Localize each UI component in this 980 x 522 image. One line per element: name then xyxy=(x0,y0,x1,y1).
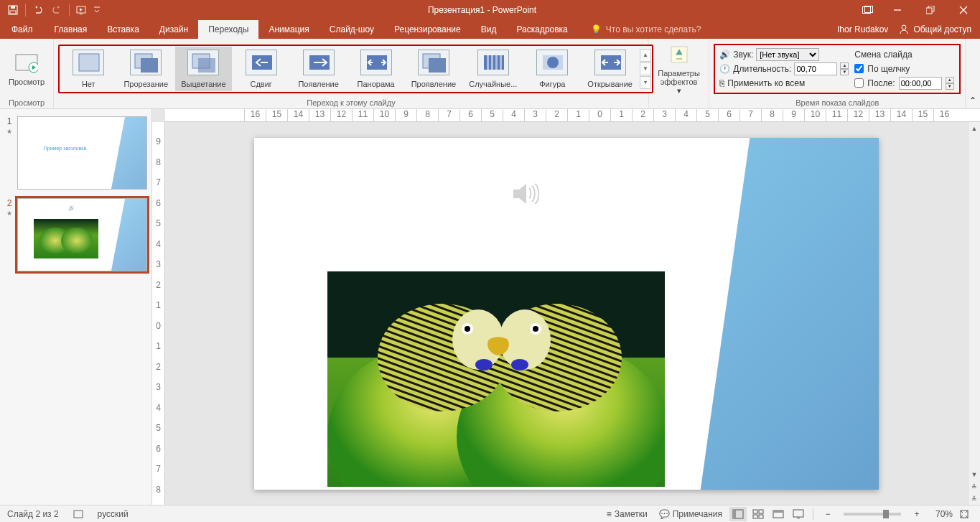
slide-1-preview: Пример заголовка xyxy=(17,116,147,190)
zoom-level[interactable]: 70% xyxy=(928,509,953,519)
ribbon-display-options-button[interactable] xyxy=(858,4,875,16)
apply-all-icon: ⎘ xyxy=(719,78,724,88)
transitions-gallery: НетПрорезаниеВыцветаниеСдвигПоявлениеПан… xyxy=(58,45,653,93)
separator xyxy=(25,4,26,17)
slide-counter[interactable]: Слайд 2 из 2 xyxy=(7,509,59,519)
duration-spinner[interactable]: ▲▼ xyxy=(840,62,849,75)
tab-design[interactable]: Дизайн xyxy=(149,20,198,39)
close-button[interactable] xyxy=(947,0,980,20)
after-input[interactable] xyxy=(899,77,942,90)
transition-появление[interactable]: Появление xyxy=(291,47,347,91)
user-name[interactable]: Ihor Rudakov xyxy=(837,24,888,34)
language-indicator[interactable]: русский xyxy=(98,509,129,519)
transition-случайные...[interactable]: Случайные... xyxy=(463,47,523,91)
svg-rect-45 xyxy=(74,511,83,518)
sound-select[interactable]: [Нет звука] xyxy=(756,48,819,61)
slide-thumb-2[interactable]: 2★ 🔊 xyxy=(4,198,147,271)
slide-canvas[interactable] xyxy=(165,122,968,505)
scroll-track[interactable] xyxy=(969,134,980,468)
scroll-up-button[interactable]: ▲ xyxy=(969,122,980,134)
redo-button[interactable] xyxy=(48,1,65,19)
transition-открывание[interactable]: Открывание xyxy=(582,47,638,91)
group-preview-label: Просмотр xyxy=(4,97,49,108)
tell-me-search[interactable]: 💡 Что вы хотите сделать? xyxy=(578,20,829,39)
transition-прорезание[interactable]: Прорезание xyxy=(118,47,174,91)
tab-review[interactable]: Рецензирование xyxy=(384,20,471,39)
svg-rect-18 xyxy=(429,58,446,73)
slideshow-view-button[interactable] xyxy=(790,507,807,521)
reading-view-button[interactable] xyxy=(770,507,787,521)
group-effect-label xyxy=(653,97,705,108)
spell-check-button[interactable] xyxy=(69,508,88,521)
separator xyxy=(69,4,70,17)
current-slide[interactable] xyxy=(254,138,879,490)
after-spinner[interactable]: ▲▼ xyxy=(946,77,954,90)
tab-insert[interactable]: Вставка xyxy=(97,20,149,39)
vertical-ruler[interactable]: 987654321012345678 xyxy=(152,122,165,505)
spell-icon xyxy=(73,509,83,519)
zoom-in-button[interactable]: + xyxy=(908,507,925,521)
restore-button[interactable] xyxy=(914,0,947,20)
transition-фигура[interactable]: Фигура xyxy=(524,47,580,91)
group-transitions: НетПрорезаниеВыцветаниеСдвигПоявлениеПан… xyxy=(54,39,649,108)
transition-нет[interactable]: Нет xyxy=(60,47,116,91)
previous-slide-button[interactable]: ≙ xyxy=(969,480,980,493)
minimize-button[interactable] xyxy=(881,0,914,20)
next-slide-button[interactable]: ≚ xyxy=(969,493,980,505)
document-title: Презентация1 - PowerPoint xyxy=(106,5,858,15)
duration-label: Длительность: xyxy=(733,64,791,74)
transition-выцветание[interactable]: Выцветание xyxy=(175,47,231,91)
comments-button[interactable]: 💬Примечания xyxy=(655,508,727,521)
slide-image[interactable] xyxy=(327,271,665,487)
tab-file[interactable]: Файл xyxy=(0,20,45,39)
after-checkbox[interactable] xyxy=(854,78,864,88)
preview-button[interactable]: Просмотр xyxy=(4,50,49,88)
on-click-checkbox[interactable] xyxy=(854,64,864,73)
zoom-slider[interactable] xyxy=(844,513,901,516)
effect-options-button[interactable]: Параметрыэффектов ▾ xyxy=(653,41,705,97)
notes-button[interactable]: ≡Заметки xyxy=(602,508,652,521)
slide-thumb-1[interactable]: 1★ Пример заголовка xyxy=(4,116,147,190)
collapse-ribbon-button[interactable]: ⌃ xyxy=(966,39,980,108)
tab-view[interactable]: Вид xyxy=(471,20,507,39)
audio-icon[interactable] xyxy=(509,181,539,207)
transition-панорама[interactable]: Панорама xyxy=(348,47,404,91)
svg-rect-13 xyxy=(198,58,215,73)
svg-point-42 xyxy=(533,326,538,332)
tab-storyboard[interactable]: Раскадровка xyxy=(506,20,577,39)
svg-rect-1 xyxy=(11,6,15,9)
group-timing: 🔊Звук: [Нет звука] Смена слайда 🕐Длитель… xyxy=(709,39,966,108)
slide-thumbnails-panel[interactable]: 1★ Пример заголовка 2★ 🔊 xyxy=(0,109,152,505)
fit-to-window-button[interactable] xyxy=(956,507,973,521)
vertical-scrollbar[interactable]: ▲ ▼ ≙ ≚ xyxy=(968,122,980,505)
apply-all-button[interactable]: ⎘Применить ко всем xyxy=(719,77,849,90)
share-button[interactable]: Общий доступ xyxy=(898,24,971,35)
transition-thumb xyxy=(130,50,162,75)
scroll-down-button[interactable]: ▼ xyxy=(969,468,980,480)
transition-thumb xyxy=(187,50,219,75)
clock-icon: 🕐 xyxy=(719,64,730,74)
zoom-slider-thumb[interactable] xyxy=(883,510,889,518)
quick-access-toolbar xyxy=(0,1,106,19)
title-bar: Презентация1 - PowerPoint xyxy=(0,0,980,20)
transition-thumb xyxy=(594,50,626,75)
svg-point-6 xyxy=(902,25,906,29)
tab-transitions[interactable]: Переходы xyxy=(198,20,258,39)
svg-point-25 xyxy=(547,57,559,68)
tab-slideshow[interactable]: Слайд-шоу xyxy=(319,20,384,39)
qat-more-button[interactable] xyxy=(92,1,102,19)
horizontal-ruler[interactable]: 1615141312111098765432101234567891011121… xyxy=(165,109,980,122)
transition-сдвиг[interactable]: Сдвиг xyxy=(233,47,289,91)
tab-animations[interactable]: Анимация xyxy=(258,20,319,39)
slideshow-from-start-button[interactable] xyxy=(73,1,90,19)
save-button[interactable] xyxy=(4,1,22,19)
transition-label: Появление xyxy=(298,80,338,88)
transition-проявление[interactable]: Проявление xyxy=(406,47,462,91)
normal-view-button[interactable] xyxy=(729,507,747,521)
undo-button[interactable] xyxy=(29,1,47,19)
tab-home[interactable]: Главная xyxy=(45,20,98,39)
duration-input[interactable] xyxy=(794,62,837,75)
slide-sorter-button[interactable] xyxy=(750,507,767,521)
advance-label: Смена слайда xyxy=(854,48,955,61)
zoom-out-button[interactable]: − xyxy=(819,507,836,521)
